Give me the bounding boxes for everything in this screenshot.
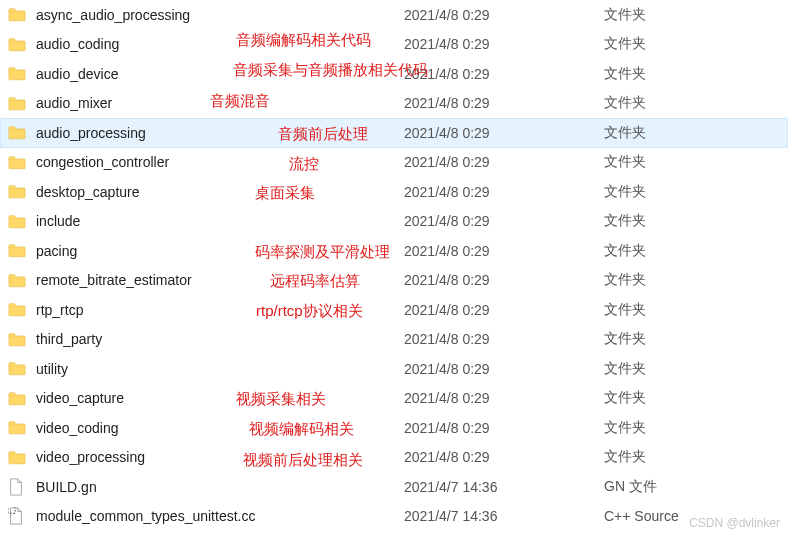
file-name: utility bbox=[32, 361, 404, 377]
folder-icon bbox=[8, 7, 32, 22]
file-row[interactable]: video_capture2021/4/8 0:29文件夹 bbox=[0, 384, 788, 414]
file-row[interactable]: remote_bitrate_estimator2021/4/8 0:29文件夹 bbox=[0, 266, 788, 296]
file-row[interactable]: include2021/4/8 0:29文件夹 bbox=[0, 207, 788, 237]
file-name: async_audio_processing bbox=[32, 7, 404, 23]
file-type: 文件夹 bbox=[604, 65, 788, 83]
file-row[interactable]: async_audio_processing2021/4/8 0:29文件夹 bbox=[0, 0, 788, 30]
file-date: 2021/4/8 0:29 bbox=[404, 331, 604, 347]
file-name: video_capture bbox=[32, 390, 404, 406]
file-list: async_audio_processing2021/4/8 0:29文件夹au… bbox=[0, 0, 788, 531]
file-type: 文件夹 bbox=[604, 212, 788, 230]
file-name: desktop_capture bbox=[32, 184, 404, 200]
file-name: include bbox=[32, 213, 404, 229]
folder-icon bbox=[8, 420, 32, 435]
file-date: 2021/4/8 0:29 bbox=[404, 184, 604, 200]
file-type: 文件夹 bbox=[604, 153, 788, 171]
file-date: 2021/4/7 14:36 bbox=[404, 508, 604, 524]
folder-icon bbox=[8, 332, 32, 347]
file-date: 2021/4/8 0:29 bbox=[404, 125, 604, 141]
cpp-file-icon bbox=[8, 507, 32, 525]
file-type: 文件夹 bbox=[604, 271, 788, 289]
file-type: 文件夹 bbox=[604, 242, 788, 260]
file-row[interactable]: video_coding2021/4/8 0:29文件夹 bbox=[0, 413, 788, 443]
folder-icon bbox=[8, 273, 32, 288]
file-date: 2021/4/8 0:29 bbox=[404, 302, 604, 318]
file-date: 2021/4/8 0:29 bbox=[404, 390, 604, 406]
file-row[interactable]: audio_mixer2021/4/8 0:29文件夹 bbox=[0, 89, 788, 119]
file-row[interactable]: congestion_controller2021/4/8 0:29文件夹 bbox=[0, 148, 788, 178]
file-name: pacing bbox=[32, 243, 404, 259]
folder-icon bbox=[8, 96, 32, 111]
folder-icon bbox=[8, 37, 32, 52]
file-type: 文件夹 bbox=[604, 448, 788, 466]
file-row[interactable]: desktop_capture2021/4/8 0:29文件夹 bbox=[0, 177, 788, 207]
folder-icon bbox=[8, 155, 32, 170]
file-row[interactable]: utility2021/4/8 0:29文件夹 bbox=[0, 354, 788, 384]
file-name: audio_coding bbox=[32, 36, 404, 52]
file-row[interactable]: third_party2021/4/8 0:29文件夹 bbox=[0, 325, 788, 355]
file-type: GN 文件 bbox=[604, 478, 788, 496]
file-icon bbox=[8, 478, 32, 496]
file-name: module_common_types_unittest.cc bbox=[32, 508, 404, 524]
folder-icon bbox=[8, 361, 32, 376]
file-row[interactable]: BUILD.gn2021/4/7 14:36GN 文件 bbox=[0, 472, 788, 502]
file-type: 文件夹 bbox=[604, 330, 788, 348]
file-name: audio_mixer bbox=[32, 95, 404, 111]
file-row[interactable]: rtp_rtcp2021/4/8 0:29文件夹 bbox=[0, 295, 788, 325]
file-name: congestion_controller bbox=[32, 154, 404, 170]
file-date: 2021/4/8 0:29 bbox=[404, 66, 604, 82]
file-date: 2021/4/8 0:29 bbox=[404, 213, 604, 229]
folder-icon bbox=[8, 243, 32, 258]
file-type: 文件夹 bbox=[604, 360, 788, 378]
folder-icon bbox=[8, 391, 32, 406]
folder-icon bbox=[8, 214, 32, 229]
file-date: 2021/4/8 0:29 bbox=[404, 95, 604, 111]
file-row[interactable]: audio_device2021/4/8 0:29文件夹 bbox=[0, 59, 788, 89]
folder-icon bbox=[8, 66, 32, 81]
file-row[interactable]: pacing2021/4/8 0:29文件夹 bbox=[0, 236, 788, 266]
file-row[interactable]: audio_processing2021/4/8 0:29文件夹 bbox=[0, 118, 788, 148]
file-type: 文件夹 bbox=[604, 419, 788, 437]
file-row[interactable]: video_processing2021/4/8 0:29文件夹 bbox=[0, 443, 788, 473]
file-row[interactable]: module_common_types_unittest.cc2021/4/7 … bbox=[0, 502, 788, 532]
file-date: 2021/4/8 0:29 bbox=[404, 272, 604, 288]
file-date: 2021/4/8 0:29 bbox=[404, 420, 604, 436]
file-row[interactable]: audio_coding2021/4/8 0:29文件夹 bbox=[0, 30, 788, 60]
file-date: 2021/4/8 0:29 bbox=[404, 243, 604, 259]
file-date: 2021/4/8 0:29 bbox=[404, 449, 604, 465]
file-name: rtp_rtcp bbox=[32, 302, 404, 318]
file-type: 文件夹 bbox=[604, 389, 788, 407]
file-type: 文件夹 bbox=[604, 6, 788, 24]
file-date: 2021/4/7 14:36 bbox=[404, 479, 604, 495]
file-name: audio_processing bbox=[32, 125, 404, 141]
file-date: 2021/4/8 0:29 bbox=[404, 361, 604, 377]
file-date: 2021/4/8 0:29 bbox=[404, 7, 604, 23]
folder-icon bbox=[8, 125, 32, 140]
folder-icon bbox=[8, 450, 32, 465]
watermark: CSDN @dvlinker bbox=[689, 516, 780, 530]
file-type: 文件夹 bbox=[604, 94, 788, 112]
folder-icon bbox=[8, 184, 32, 199]
file-name: third_party bbox=[32, 331, 404, 347]
file-type: 文件夹 bbox=[604, 301, 788, 319]
file-type: 文件夹 bbox=[604, 183, 788, 201]
file-type: 文件夹 bbox=[604, 35, 788, 53]
file-type: 文件夹 bbox=[604, 124, 788, 142]
file-name: video_processing bbox=[32, 449, 404, 465]
folder-icon bbox=[8, 302, 32, 317]
file-name: remote_bitrate_estimator bbox=[32, 272, 404, 288]
file-date: 2021/4/8 0:29 bbox=[404, 154, 604, 170]
file-name: BUILD.gn bbox=[32, 479, 404, 495]
file-name: audio_device bbox=[32, 66, 404, 82]
file-date: 2021/4/8 0:29 bbox=[404, 36, 604, 52]
file-name: video_coding bbox=[32, 420, 404, 436]
